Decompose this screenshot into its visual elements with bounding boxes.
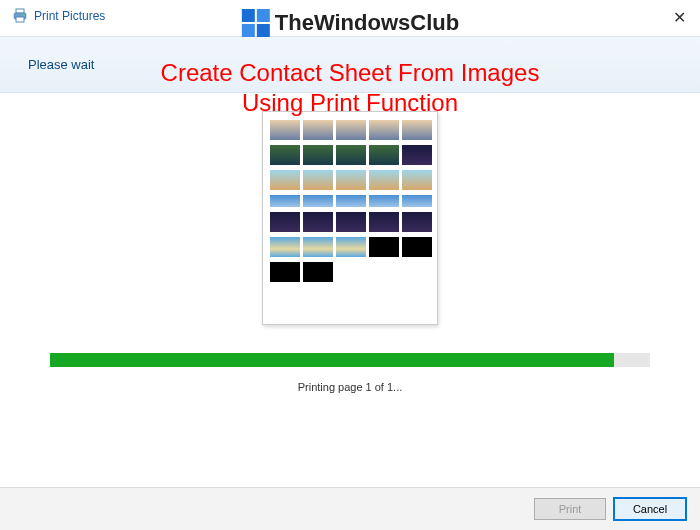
- thumbnail: [402, 170, 432, 190]
- thumbnail: [303, 237, 333, 257]
- progress-track: [50, 353, 650, 367]
- svg-point-3: [23, 14, 25, 16]
- preview-area: [0, 93, 700, 325]
- thumbnail: [303, 170, 333, 190]
- thumb-row: [270, 145, 430, 165]
- progress-bar: [50, 353, 650, 367]
- dialog-footer: Print Cancel: [0, 487, 700, 530]
- thumbnail: [270, 145, 300, 165]
- thumbnail: [336, 212, 366, 232]
- thumbnail: [402, 195, 432, 207]
- thumbnail: [336, 170, 366, 190]
- contact-sheet-preview: [262, 111, 438, 325]
- thumbnail: [402, 212, 432, 232]
- thumbnail: [369, 145, 399, 165]
- thumbnail: [303, 145, 333, 165]
- thumbnail: [336, 120, 366, 140]
- thumb-row: [270, 212, 430, 232]
- thumbnail: [303, 212, 333, 232]
- thumbnail: [270, 212, 300, 232]
- thumbnail: [369, 195, 399, 207]
- thumbnail: [369, 170, 399, 190]
- thumbnail: [402, 145, 432, 165]
- thumbnail: [270, 237, 300, 257]
- thumbnail: [303, 195, 333, 207]
- title-bar: Print Pictures ✕: [0, 0, 700, 28]
- thumbnail: [270, 195, 300, 207]
- cancel-button[interactable]: Cancel: [614, 498, 686, 520]
- thumbnail: [336, 237, 366, 257]
- thumbnail: [336, 195, 366, 207]
- thumbnail: [402, 237, 432, 257]
- thumbnail: [270, 170, 300, 190]
- thumbnail: [270, 262, 300, 282]
- thumbnail: [369, 120, 399, 140]
- thumb-row: [270, 120, 430, 140]
- thumb-row: [270, 195, 430, 207]
- thumbnail: [369, 212, 399, 232]
- thumb-row: [270, 262, 430, 282]
- thumbnail: [336, 145, 366, 165]
- printer-icon: [12, 8, 28, 24]
- header-band: Please wait: [0, 36, 700, 93]
- window-title: Print Pictures: [34, 9, 105, 23]
- svg-rect-0: [16, 9, 24, 13]
- thumbnail: [369, 237, 399, 257]
- close-icon[interactable]: ✕: [673, 8, 686, 27]
- progress-fill: [50, 353, 614, 367]
- thumbnail: [303, 262, 333, 282]
- thumbnail: [270, 120, 300, 140]
- thumb-row: [270, 170, 430, 190]
- thumbnail: [303, 120, 333, 140]
- thumbnail: [402, 120, 432, 140]
- status-text: Printing page 1 of 1...: [0, 381, 700, 393]
- thumb-row: [270, 237, 430, 257]
- please-wait-message: Please wait: [28, 57, 672, 72]
- print-button: Print: [534, 498, 606, 520]
- svg-rect-2: [16, 17, 24, 22]
